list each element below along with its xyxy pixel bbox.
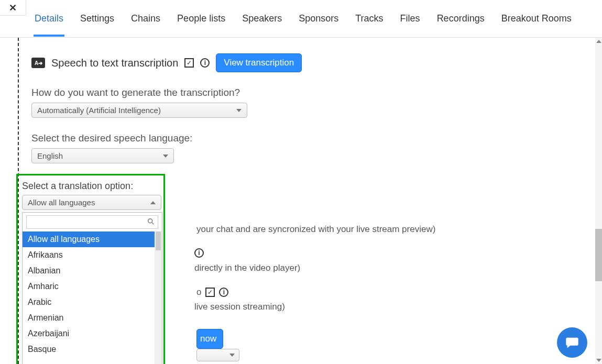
chat-sync-note: your chat and are syncronized with your … (196, 224, 435, 235)
tab-recordings[interactable]: Recordings (436, 8, 486, 29)
dropdown-scrollbar[interactable] (155, 231, 162, 364)
tab-people-lists[interactable]: People lists (176, 8, 226, 29)
chat-widget-button[interactable] (557, 327, 587, 358)
tab-files[interactable]: Files (399, 8, 421, 29)
tab-speakers[interactable]: Speakers (241, 8, 283, 29)
dd-item-amharic[interactable]: Amharic (23, 279, 155, 294)
info-icon[interactable]: i (194, 248, 204, 258)
scroll-up-arrow[interactable] (596, 40, 601, 43)
svg-line-1 (152, 223, 154, 224)
transcription-icon: A➔ (31, 58, 45, 68)
translation-option-value: Allow all languages (28, 198, 95, 207)
partial-select[interactable] (196, 349, 239, 361)
speech-language-value: English (37, 151, 63, 160)
chat-icon (565, 335, 579, 350)
dd-item-allow-all[interactable]: Allow all languages (23, 231, 155, 247)
dd-item-basque[interactable]: Basque (23, 341, 155, 357)
partial-text: o (196, 287, 201, 297)
view-transcription-button[interactable]: View transcription (216, 53, 302, 72)
tab-settings[interactable]: Settings (79, 8, 115, 29)
dd-item-afrikaans[interactable]: Afrikaans (23, 247, 155, 263)
live-session-note: live session streaming) (194, 302, 285, 312)
video-player-note: directly in the video player) (194, 263, 300, 273)
page-scrollbar-thumb[interactable] (595, 229, 602, 281)
translation-option-highlight: Select a translation option: Allow all l… (16, 174, 165, 364)
generate-question-label: How do you want to generate the transcri… (31, 87, 595, 98)
chevron-down-icon (236, 109, 242, 112)
tab-breakout-rooms[interactable]: Breakout Rooms (500, 8, 573, 29)
transcription-enabled-checkbox[interactable]: ✓ (184, 58, 194, 68)
section-header: A➔ Speech to text transcription ✓ i View… (31, 53, 595, 72)
tab-sponsors[interactable]: Sponsors (298, 8, 340, 29)
partial-now-button[interactable]: now (196, 329, 223, 349)
dd-item-azerbaijani[interactable]: Azerbaijani (23, 326, 155, 341)
tab-details[interactable]: Details (34, 8, 64, 29)
dropdown-scrollbar-thumb[interactable] (156, 231, 161, 250)
info-icon[interactable]: i (200, 58, 210, 68)
info-icon[interactable]: i (219, 288, 228, 297)
generate-method-value: Automatically (Artificial Intelligence) (37, 106, 161, 115)
tab-tracks[interactable]: Tracks (354, 8, 384, 29)
svg-point-0 (148, 218, 152, 223)
translation-search-input[interactable] (30, 217, 147, 227)
live-checkbox[interactable]: ✓ (205, 288, 215, 297)
speech-language-select[interactable]: English (31, 148, 174, 163)
content-region: A➔ Speech to text transcription ✓ i View… (18, 38, 595, 364)
tab-bar: Details Settings Chains People lists Spe… (0, 0, 602, 38)
chevron-down-icon (163, 155, 168, 158)
translation-option-label: Select a translation option: (22, 181, 159, 192)
translation-option-list: Allow all languages Afrikaans Albanian A… (23, 231, 155, 357)
translation-option-select[interactable]: Allow all languages (22, 195, 161, 210)
translation-dropdown-panel: Allow all languages Afrikaans Albanian A… (22, 212, 162, 364)
generate-method-select[interactable]: Automatically (Artificial Intelligence) (31, 103, 247, 118)
section-title: Speech to text transcription (51, 57, 178, 69)
chevron-down-icon (229, 354, 235, 357)
scroll-down-arrow[interactable] (596, 359, 601, 362)
dd-item-albanian[interactable]: Albanian (23, 263, 155, 279)
dd-item-armenian[interactable]: Armenian (23, 310, 155, 326)
tab-chains[interactable]: Chains (130, 8, 161, 29)
speech-language-label: Select the desired speech language: (31, 133, 595, 144)
search-icon (147, 218, 155, 227)
dd-item-arabic[interactable]: Arabic (23, 294, 155, 310)
chevron-up-icon (150, 201, 156, 204)
page-scrollbar[interactable] (595, 38, 602, 364)
